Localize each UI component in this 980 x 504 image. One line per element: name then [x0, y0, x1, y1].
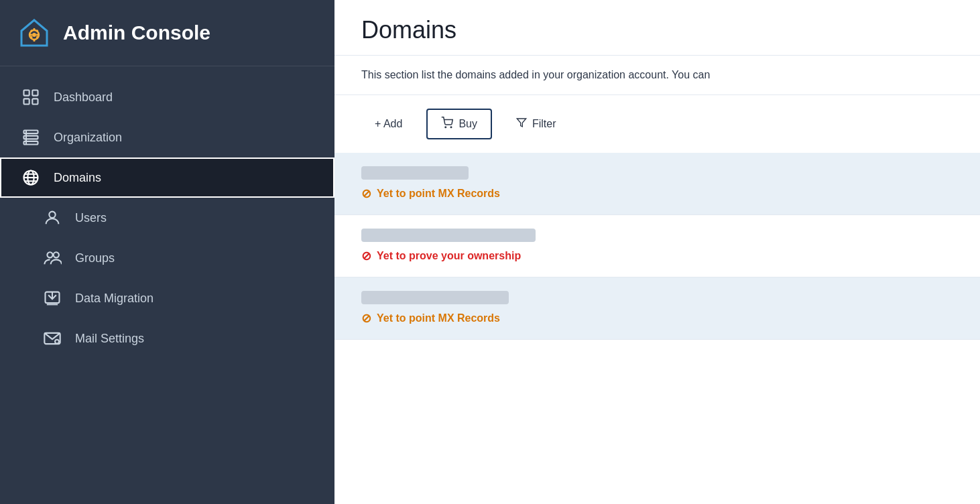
main-content: Domains This section list the domains ad… [334, 0, 980, 504]
sidebar-item-mail-settings-label: Mail Settings [75, 332, 144, 346]
data-migration-icon [43, 289, 62, 308]
domain-status-3: ⊘ Yet to point MX Records [361, 311, 953, 326]
domain-status-text-1: Yet to point MX Records [377, 188, 500, 200]
svg-point-30 [55, 340, 59, 344]
cart-icon [441, 117, 453, 131]
domain-name-blur-1 [361, 166, 469, 180]
domains-icon [21, 168, 40, 187]
svg-rect-3 [34, 39, 36, 42]
sidebar-nav: Dashboard Organization [0, 66, 334, 504]
domain-status-2: ⊘ Yet to prove your ownership [361, 249, 953, 263]
svg-point-1 [32, 33, 36, 37]
domain-name-blur-2 [361, 229, 536, 242]
sidebar-item-organization-label: Organization [54, 131, 122, 145]
sidebar-header: Admin Console [0, 0, 334, 66]
svg-point-33 [445, 127, 446, 128]
sidebar-item-dashboard[interactable]: Dashboard [0, 77, 334, 117]
warning-icon-1: ⊘ [361, 186, 371, 201]
domain-status-text-3: Yet to point MX Records [377, 312, 500, 324]
svg-rect-13 [32, 99, 38, 104]
sidebar-item-mail-settings[interactable]: Mail Settings [0, 318, 334, 359]
filter-label: Filter [532, 118, 556, 130]
sidebar-item-dashboard-label: Dashboard [54, 90, 113, 105]
svg-rect-4 [29, 34, 32, 36]
sidebar-item-domains-label: Domains [54, 171, 101, 185]
svg-point-24 [47, 252, 52, 257]
svg-rect-12 [24, 99, 29, 104]
sidebar-item-users-label: Users [75, 211, 107, 225]
domain-status-1: ⊘ Yet to point MX Records [361, 186, 953, 201]
svg-point-23 [49, 212, 55, 218]
organization-icon [21, 128, 40, 147]
users-icon [43, 208, 62, 227]
buy-button[interactable]: Buy [426, 109, 492, 139]
dashboard-icon [21, 88, 40, 107]
app-logo-icon [16, 15, 52, 51]
sidebar-item-data-migration[interactable]: Data Migration [0, 278, 334, 318]
domain-status-text-2: Yet to prove your ownership [377, 250, 521, 262]
svg-rect-2 [34, 28, 36, 31]
mail-settings-icon [43, 329, 62, 348]
filter-icon [516, 117, 527, 131]
app-title: Admin Console [63, 21, 210, 44]
domain-item-1[interactable]: ⊘ Yet to point MX Records [334, 153, 980, 215]
svg-marker-35 [517, 119, 526, 127]
groups-icon [43, 249, 62, 267]
sidebar-item-data-migration-label: Data Migration [75, 292, 154, 306]
sidebar-item-groups-label: Groups [75, 251, 115, 265]
sidebar-item-domains[interactable]: Domains [0, 158, 334, 198]
domain-item-2[interactable]: ⊘ Yet to prove your ownership [334, 215, 980, 277]
domain-name-blur-3 [361, 291, 509, 304]
warning-icon-2: ⊘ [361, 249, 371, 263]
filter-button[interactable]: Filter [503, 111, 570, 137]
svg-point-34 [451, 127, 452, 128]
sidebar-item-organization[interactable]: Organization [0, 117, 334, 158]
sidebar: Admin Console Dashboard [0, 0, 334, 504]
svg-rect-11 [32, 90, 38, 96]
add-button[interactable]: + Add [361, 111, 416, 137]
svg-rect-10 [24, 90, 29, 96]
domain-item-3[interactable]: ⊘ Yet to point MX Records [334, 277, 980, 340]
svg-rect-5 [36, 34, 39, 36]
sidebar-item-users[interactable]: Users [0, 198, 334, 238]
sidebar-item-groups[interactable]: Groups [0, 238, 334, 278]
page-description: This section list the domains added in y… [334, 56, 980, 95]
svg-point-25 [54, 252, 59, 257]
toolbar: + Add Buy Filter [334, 95, 980, 153]
domains-list: ⊘ Yet to point MX Records ⊘ Yet to prove… [334, 153, 980, 504]
buy-label: Buy [458, 118, 477, 130]
page-title: Domains [361, 16, 953, 44]
warning-icon-3: ⊘ [361, 311, 371, 326]
page-header: Domains [334, 0, 980, 56]
